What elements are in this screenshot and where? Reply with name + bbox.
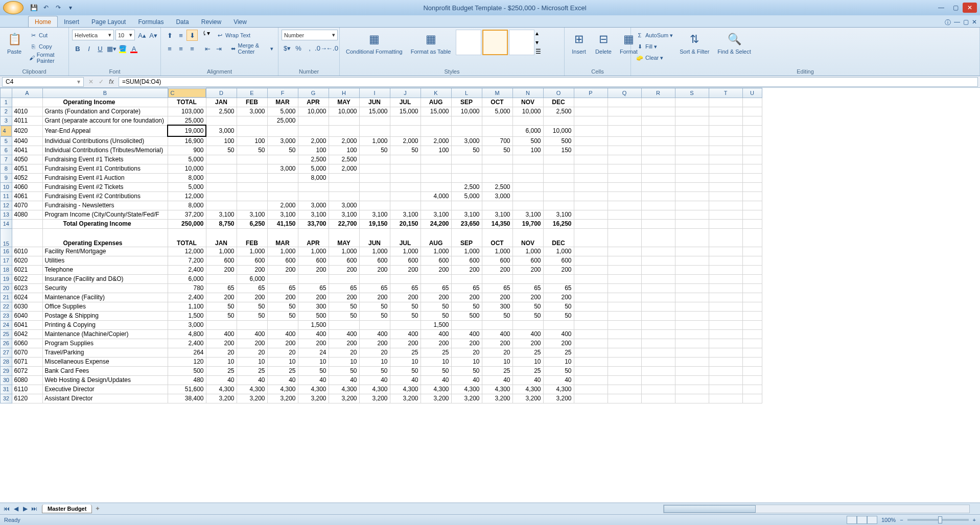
cell[interactable]: 600 — [359, 256, 390, 265]
cell[interactable] — [237, 173, 267, 182]
cell[interactable] — [641, 339, 675, 348]
cell[interactable] — [709, 283, 742, 293]
cell[interactable] — [608, 192, 641, 201]
fill-color-button[interactable]: 🪣 — [117, 43, 128, 54]
cell[interactable]: Grants (Foundation and Corporate) — [42, 107, 168, 116]
cell[interactable]: 200 — [267, 339, 298, 348]
cell[interactable] — [641, 182, 675, 192]
formula-bar[interactable]: =SUM(D4:O4) — [119, 77, 978, 87]
cancel-formula-icon[interactable]: ✕ — [86, 78, 96, 85]
cell[interactable] — [267, 155, 298, 164]
cell[interactable]: 50 — [359, 302, 390, 311]
cell[interactable]: 10,000 — [543, 125, 574, 136]
cell[interactable]: 100 — [237, 136, 267, 146]
cell[interactable]: DEC — [543, 228, 574, 247]
cell[interactable]: 10,000 — [329, 107, 359, 116]
cell[interactable]: 20 — [267, 348, 298, 357]
cell[interactable]: 20 — [237, 348, 267, 357]
cell[interactable] — [608, 348, 641, 357]
cell[interactable] — [742, 366, 762, 375]
cell[interactable]: 5,000 — [267, 107, 298, 116]
cell[interactable] — [709, 116, 742, 125]
cell[interactable]: 40 — [451, 375, 482, 385]
row-header-9[interactable]: 9 — [1, 173, 12, 182]
cell[interactable] — [742, 274, 762, 283]
cell[interactable] — [742, 173, 762, 182]
cell[interactable]: 50 — [390, 366, 421, 375]
cell[interactable] — [742, 247, 762, 256]
cell[interactable] — [709, 265, 742, 274]
cell[interactable] — [709, 182, 742, 192]
cell[interactable] — [482, 155, 512, 164]
cell[interactable]: 200 — [206, 293, 237, 302]
row-header-23[interactable]: 23 — [1, 311, 12, 320]
cell[interactable] — [512, 116, 543, 125]
cell[interactable]: 22,700 — [329, 219, 359, 228]
cell[interactable]: 1,000 — [359, 136, 390, 146]
cell[interactable] — [574, 394, 608, 403]
cell[interactable]: TOTAL — [168, 228, 206, 247]
cell[interactable]: 25 — [543, 348, 574, 357]
cell[interactable]: 50 — [512, 302, 543, 311]
cell[interactable]: 65 — [512, 283, 543, 293]
cell[interactable] — [709, 136, 742, 146]
cell[interactable]: 20 — [329, 348, 359, 357]
cell[interactable] — [742, 320, 762, 329]
cell[interactable]: 50 — [267, 311, 298, 320]
cell[interactable]: 20 — [359, 348, 390, 357]
cell[interactable]: 3,100 — [451, 210, 482, 219]
cell[interactable] — [675, 320, 709, 329]
paste-button[interactable]: 📋Paste — [3, 30, 26, 56]
cell[interactable] — [451, 125, 482, 136]
qat-undo-icon[interactable]: ↶ — [41, 3, 51, 13]
cell[interactable] — [641, 293, 675, 302]
cell[interactable] — [574, 265, 608, 274]
percent-format-button[interactable]: % — [293, 42, 304, 54]
cell[interactable]: 19,000 — [168, 125, 206, 136]
cell[interactable]: 65 — [359, 283, 390, 293]
cell[interactable]: 50 — [543, 302, 574, 311]
cell[interactable]: 10 — [543, 357, 574, 366]
cell[interactable] — [641, 164, 675, 173]
tab-nav-first-button[interactable]: ⏮ — [2, 504, 11, 513]
cell[interactable]: 40 — [390, 375, 421, 385]
align-middle-button[interactable]: ≡ — [175, 30, 186, 41]
cell[interactable] — [574, 293, 608, 302]
cell[interactable] — [512, 155, 543, 164]
cell[interactable]: 4041 — [12, 146, 42, 155]
cell[interactable]: 200 — [359, 293, 390, 302]
cell[interactable]: 4050 — [12, 155, 42, 164]
autosum-button[interactable]: ΣAutoSum▾ — [634, 30, 674, 41]
cell[interactable]: 4070 — [12, 201, 42, 210]
cell[interactable]: SEP — [451, 98, 482, 107]
cell[interactable]: 400 — [359, 329, 390, 339]
cell[interactable] — [641, 116, 675, 125]
row-header-18[interactable]: 18 — [1, 265, 12, 274]
col-header-S[interactable]: S — [675, 88, 709, 98]
cell[interactable] — [608, 125, 641, 136]
cell[interactable]: 6070 — [12, 348, 42, 357]
cell[interactable]: 1,500 — [421, 320, 451, 329]
cell[interactable]: 3,200 — [390, 394, 421, 403]
cell[interactable]: 12,000 — [168, 192, 206, 201]
cell[interactable]: 400 — [206, 329, 237, 339]
cell[interactable] — [608, 116, 641, 125]
cell[interactable]: 25 — [390, 348, 421, 357]
cell[interactable]: 4040 — [12, 136, 42, 146]
cell[interactable] — [608, 339, 641, 348]
cell[interactable]: 100 — [298, 146, 329, 155]
cell[interactable]: Fundraising Event #1 Auction — [42, 173, 168, 182]
cell[interactable] — [574, 256, 608, 265]
cell[interactable]: 4,000 — [421, 192, 451, 201]
cell[interactable]: 50 — [482, 311, 512, 320]
cell[interactable] — [298, 125, 329, 136]
cell[interactable] — [709, 357, 742, 366]
cell[interactable]: JAN — [206, 98, 237, 107]
cell[interactable]: 400 — [543, 329, 574, 339]
cell[interactable] — [574, 366, 608, 375]
cell[interactable] — [641, 265, 675, 274]
row-header-10[interactable]: 10 — [1, 182, 12, 192]
cell[interactable]: 10 — [512, 357, 543, 366]
cell[interactable] — [675, 348, 709, 357]
cell[interactable]: Printing & Copying — [42, 320, 168, 329]
